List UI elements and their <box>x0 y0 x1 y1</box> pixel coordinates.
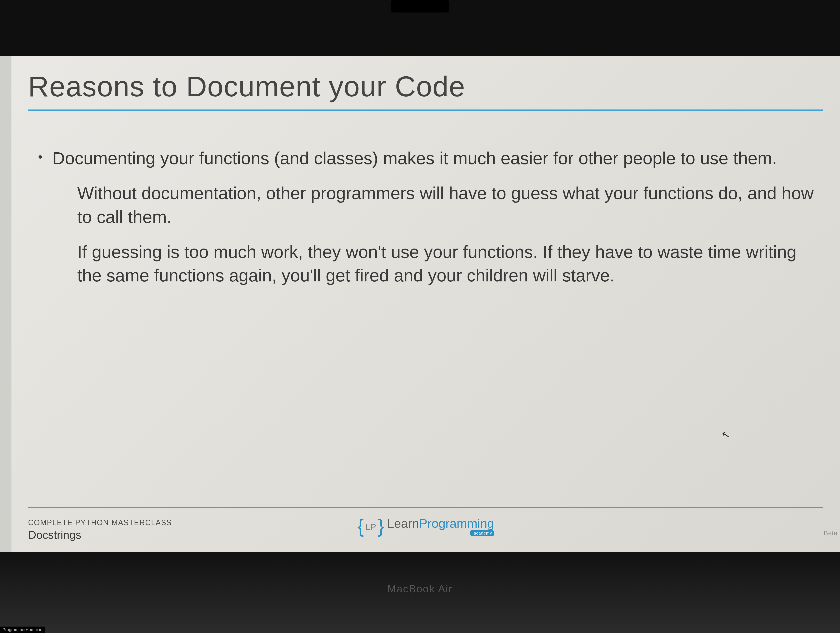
bullet-dot-icon <box>38 155 42 159</box>
brace-right-icon: } <box>378 515 384 537</box>
laptop-bezel-bottom: MacBook Air <box>0 552 840 633</box>
footer-divider <box>28 507 823 508</box>
brand-logo: { LP } LearnProgramming .academy <box>357 515 494 537</box>
logo-academy-badge: .academy <box>470 530 494 536</box>
brace-left-icon: { <box>357 515 364 537</box>
presentation-slide: Reasons to Document your Code Documentin… <box>11 56 840 552</box>
lesson-name: Docstrings <box>28 528 172 541</box>
footer-course-block: COMPLETE PYTHON MASTERCLASS Docstrings <box>28 518 172 541</box>
watermark: ProgrammerHumor.io <box>0 627 45 633</box>
bullet-item: Documenting your functions (and classes)… <box>28 146 823 299</box>
bullet-sub-1: Without documentation, other programmers… <box>52 181 823 229</box>
camera-notch <box>391 0 449 13</box>
laptop-bezel-top <box>0 0 840 56</box>
bullet-text-main: Documenting your functions (and classes)… <box>52 146 823 170</box>
slide-title: Reasons to Document your Code <box>28 71 823 107</box>
title-underline <box>28 110 823 111</box>
laptop-model-label: MacBook Air <box>387 583 453 595</box>
bullet-content: Documenting your functions (and classes)… <box>52 146 823 299</box>
beta-label: Beta <box>824 529 837 537</box>
logo-learn: Learn <box>387 516 419 531</box>
logo-lp-text: LP <box>365 522 376 532</box>
bullet-sub-2: If guessing is too much work, they won't… <box>52 240 823 287</box>
logo-wordmark: LearnProgramming .academy <box>387 516 494 536</box>
course-name: COMPLETE PYTHON MASTERCLASS <box>28 518 172 527</box>
mouse-cursor-icon: ↖ <box>720 428 731 441</box>
logo-line1: LearnProgramming <box>387 516 494 531</box>
screen: Reasons to Document your Code Documentin… <box>0 56 840 552</box>
logo-programming: Programming <box>419 516 494 531</box>
